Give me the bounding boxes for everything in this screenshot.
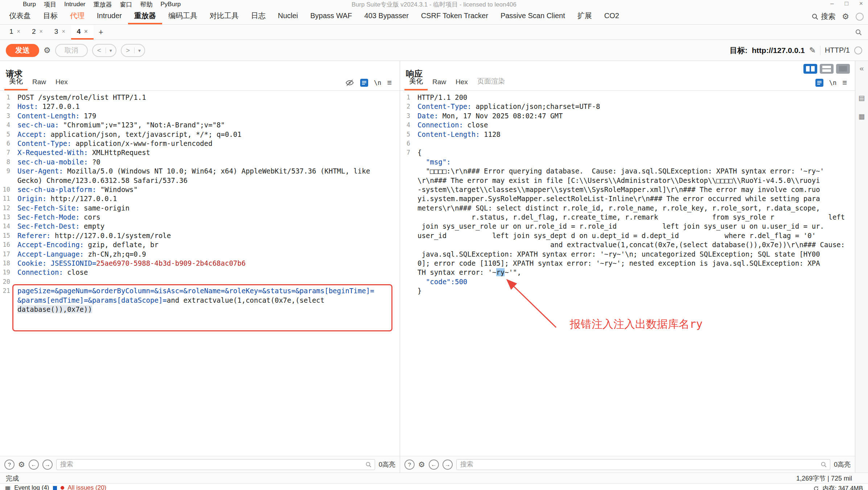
previous-match-icon[interactable]: ← (29, 460, 39, 470)
previous-match-icon[interactable]: ← (429, 460, 439, 470)
status-size-time: 1,269字节 | 725 mil (796, 474, 862, 483)
show-newlines-icon[interactable]: \n (374, 79, 381, 86)
help-icon[interactable]: ? (404, 460, 415, 470)
show-newlines-icon[interactable]: \n (829, 79, 836, 86)
event-log-link[interactable]: Event log (4) (14, 484, 49, 490)
tab-proxy[interactable]: 代理 (64, 9, 91, 24)
tab-dashboard[interactable]: 仪表盘 (3, 9, 37, 24)
tab-bypass-waf[interactable]: Bypass WAF (304, 9, 358, 24)
repeater-tab-3[interactable]: 3 × (49, 25, 71, 40)
menu-project[interactable]: 项目 (40, 0, 60, 9)
menu-window[interactable]: 窗口 (116, 0, 136, 9)
tab-co2[interactable]: CO2 (598, 9, 625, 24)
line-number: 21 (0, 286, 15, 295)
editor-menu-icon[interactable]: ≡ (387, 78, 392, 87)
code-line: 14Sec-Fetch-Dest: empty (0, 222, 400, 231)
inspector-list-icon[interactable]: ▤ (859, 94, 865, 102)
code-line: &params[endTime]=&params[dataScope]=and … (0, 296, 400, 305)
search-settings-gear-icon[interactable]: ⚙ (18, 460, 25, 469)
tab-intruder[interactable]: Intruder (91, 9, 128, 24)
tab-passive-scan-client[interactable]: Passive Scan Client (494, 9, 571, 24)
editor-menu-icon[interactable]: ≡ (842, 78, 847, 87)
menu-burp[interactable]: Burp (19, 1, 40, 8)
response-tab-pretty[interactable]: 美化 (404, 74, 428, 90)
request-tab-pretty[interactable]: 美化 (4, 74, 28, 90)
memory-refresh-icon[interactable] (813, 486, 819, 490)
help-icon[interactable]: ? (4, 460, 15, 470)
tab-403-bypasser[interactable]: 403 Bypasser (358, 9, 415, 24)
line-number: 7 (0, 148, 15, 157)
close-tab-icon[interactable]: × (17, 28, 20, 35)
settings-gear-icon[interactable]: ⚙ (842, 12, 849, 21)
search-button[interactable]: 搜索 (811, 12, 835, 21)
response-viewer[interactable]: 1HTTP/1.1 2002Content-Type: application/… (400, 91, 855, 456)
highlight-count: 0高亮 (834, 460, 851, 469)
forward-history-button[interactable]: > ▾ (121, 44, 145, 57)
layout-columns-button[interactable] (803, 64, 817, 74)
next-match-icon[interactable]: → (42, 460, 53, 470)
tab-logger[interactable]: 日志 (245, 9, 272, 24)
code-line: 1POST /system/role/list HTTP/1.1 (0, 93, 400, 102)
send-settings-gear-icon[interactable]: ⚙ (44, 46, 51, 55)
tab-comparer[interactable]: 对比工具 (203, 9, 245, 24)
http-version-label[interactable]: HTTP/1 (825, 46, 850, 54)
repeater-tab-label: 4 (77, 28, 81, 36)
close-icon[interactable]: × (859, 0, 863, 7)
request-tab-raw[interactable]: Raw (28, 75, 51, 90)
line-number (400, 194, 415, 203)
request-tab-hex[interactable]: Hex (51, 75, 73, 90)
tab-nuclei[interactable]: Nuclei (272, 9, 304, 24)
menu-pyburp[interactable]: PyBurp (157, 1, 185, 8)
close-tab-icon[interactable]: × (62, 28, 65, 35)
request-editor[interactable]: 1POST /system/role/list HTTP/1.12Host: 1… (0, 91, 400, 456)
chevron-down-icon[interactable]: ▾ (106, 48, 116, 53)
tab-csrf-token-tracker[interactable]: CSRF Token Tracker (415, 9, 494, 24)
code-line: -system\\target\\classes\\mapper\\system… (400, 185, 855, 194)
maximize-icon[interactable]: □ (845, 0, 848, 7)
response-tab-raw[interactable]: Raw (428, 75, 451, 90)
response-search-input[interactable] (460, 460, 820, 469)
repeater-tab-1[interactable]: 1 × (4, 25, 26, 40)
account-icon[interactable] (856, 13, 864, 21)
response-tab-hex[interactable]: Hex (451, 75, 473, 90)
line-number (400, 259, 415, 268)
request-search-input[interactable] (59, 460, 365, 469)
back-history-button[interactable]: < ▾ (92, 44, 116, 57)
inspector-grid-icon[interactable]: ▦ (859, 112, 865, 121)
code-line: 12Sec-Fetch-Site: same-origin (0, 204, 400, 213)
response-tab-render[interactable]: 页面渲染 (473, 74, 510, 90)
http-version-toggle-icon[interactable] (854, 46, 862, 54)
code-line: 20 (0, 277, 400, 286)
tab-target[interactable]: 目标 (37, 9, 64, 24)
all-issues-link[interactable]: All issues (20) (68, 484, 107, 490)
memory-usage: 内存: 347.4MB (823, 484, 863, 490)
expand-inspector-icon[interactable]: « (860, 64, 864, 73)
chevron-down-icon[interactable]: ▾ (134, 48, 144, 53)
tab-decoder[interactable]: 编码工具 (162, 9, 203, 24)
repeater-tab-2[interactable]: 2 × (26, 25, 49, 40)
edit-target-pencil-icon[interactable]: ✎ (809, 46, 816, 55)
add-tab-button[interactable]: + (94, 25, 108, 40)
close-tab-icon[interactable]: × (40, 28, 43, 35)
close-tab-icon[interactable]: × (84, 28, 87, 35)
search-icon[interactable] (855, 29, 862, 36)
send-button[interactable]: 发送 (6, 44, 39, 57)
tab-extensions[interactable]: 扩展 (571, 9, 598, 24)
menu-repeater[interactable]: 重放器 (90, 0, 116, 9)
wrap-lines-icon[interactable] (815, 79, 823, 87)
event-grid-icon[interactable]: ▦ (5, 485, 11, 490)
hide-eye-slash-icon[interactable] (345, 78, 354, 87)
next-match-icon[interactable]: → (443, 460, 453, 470)
minimize-icon[interactable]: – (830, 0, 834, 7)
line-number (0, 305, 15, 314)
layout-single-button[interactable] (836, 64, 850, 74)
cancel-button[interactable]: 取消 (55, 44, 88, 57)
search-settings-gear-icon[interactable]: ⚙ (418, 460, 425, 469)
repeater-tab-4[interactable]: 4 × (71, 25, 94, 40)
tab-repeater[interactable]: 重放器 (128, 9, 162, 24)
wrap-lines-icon[interactable] (360, 79, 368, 87)
layout-rows-button[interactable] (820, 64, 834, 74)
menu-intruder[interactable]: Intruder (60, 1, 90, 8)
line-number: 15 (0, 231, 15, 240)
menu-help[interactable]: 帮助 (136, 0, 157, 9)
